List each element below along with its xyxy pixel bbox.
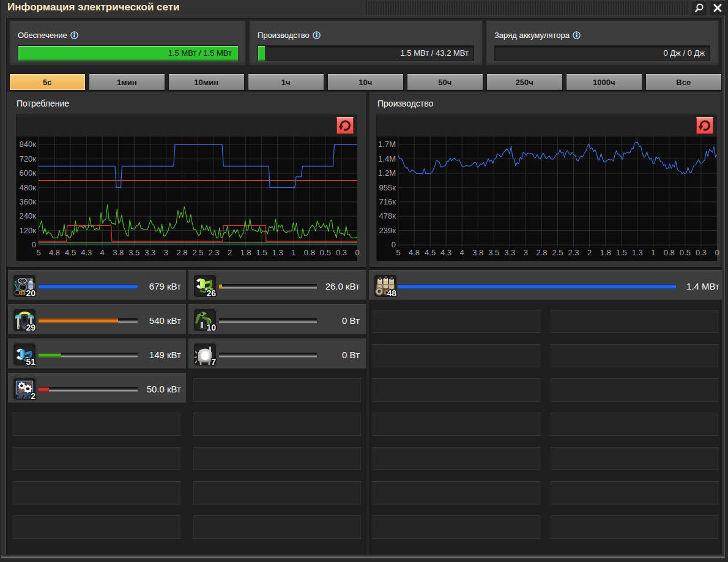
svg-text:239к: 239к bbox=[379, 226, 396, 235]
svg-text:5: 5 bbox=[396, 248, 400, 257]
svg-text:3.8: 3.8 bbox=[472, 248, 483, 257]
svg-text:2.5: 2.5 bbox=[552, 248, 563, 257]
svg-text:0.8: 0.8 bbox=[664, 248, 675, 257]
svg-text:360к: 360к bbox=[20, 197, 37, 206]
svg-text:4.5: 4.5 bbox=[425, 248, 436, 257]
svg-text:1.8: 1.8 bbox=[240, 248, 251, 257]
svg-text:3.8: 3.8 bbox=[113, 248, 124, 257]
svg-text:4: 4 bbox=[460, 248, 464, 257]
svg-text:2.8: 2.8 bbox=[536, 248, 547, 257]
svg-text:0.8: 0.8 bbox=[304, 248, 315, 257]
svg-text:1.8: 1.8 bbox=[600, 248, 611, 257]
svg-text:0: 0 bbox=[715, 248, 719, 257]
svg-text:3.3: 3.3 bbox=[144, 248, 155, 257]
svg-text:0.3: 0.3 bbox=[336, 248, 347, 257]
svg-text:1.3: 1.3 bbox=[272, 248, 283, 257]
svg-text:3: 3 bbox=[164, 248, 168, 257]
svg-text:1: 1 bbox=[291, 248, 295, 257]
svg-text:716к: 716к bbox=[379, 197, 396, 206]
svg-text:0: 0 bbox=[32, 240, 36, 249]
svg-text:3.3: 3.3 bbox=[504, 248, 515, 257]
svg-text:1: 1 bbox=[651, 248, 655, 257]
svg-text:3.5: 3.5 bbox=[488, 248, 499, 257]
svg-text:240к: 240к bbox=[20, 211, 37, 220]
svg-text:2.8: 2.8 bbox=[176, 248, 187, 257]
svg-text:600к: 600к bbox=[20, 168, 37, 178]
svg-text:1.2M: 1.2M bbox=[378, 168, 396, 178]
svg-text:1.7M: 1.7M bbox=[378, 140, 396, 149]
svg-text:0.3: 0.3 bbox=[696, 248, 707, 257]
svg-text:3: 3 bbox=[524, 248, 528, 257]
svg-text:1.3: 1.3 bbox=[632, 248, 643, 257]
svg-text:0.5: 0.5 bbox=[680, 248, 691, 257]
svg-text:720к: 720к bbox=[20, 154, 37, 163]
svg-text:840к: 840к bbox=[20, 140, 37, 149]
svg-text:2: 2 bbox=[587, 248, 592, 257]
svg-text:4.3: 4.3 bbox=[440, 248, 451, 257]
svg-text:4.5: 4.5 bbox=[65, 248, 76, 257]
svg-text:2.5: 2.5 bbox=[192, 248, 203, 257]
svg-text:4.8: 4.8 bbox=[49, 248, 60, 257]
svg-text:1.5: 1.5 bbox=[616, 248, 627, 257]
svg-text:0: 0 bbox=[355, 248, 359, 257]
svg-text:478к: 478к bbox=[379, 211, 396, 220]
svg-text:2.3: 2.3 bbox=[568, 248, 579, 257]
svg-text:0.5: 0.5 bbox=[320, 248, 331, 257]
svg-text:4: 4 bbox=[100, 248, 105, 257]
svg-text:4.8: 4.8 bbox=[409, 248, 420, 257]
svg-text:120к: 120к bbox=[20, 226, 37, 235]
svg-text:955к: 955к bbox=[379, 183, 396, 192]
svg-text:2: 2 bbox=[228, 248, 232, 257]
svg-text:1.5: 1.5 bbox=[256, 248, 267, 257]
svg-text:3.5: 3.5 bbox=[128, 248, 139, 257]
svg-text:0: 0 bbox=[392, 240, 396, 249]
svg-text:4.3: 4.3 bbox=[81, 248, 92, 257]
svg-text:1.4M: 1.4M bbox=[378, 154, 396, 163]
svg-text:480к: 480к bbox=[20, 183, 37, 192]
svg-text:2.3: 2.3 bbox=[209, 248, 220, 257]
svg-text:5: 5 bbox=[36, 248, 40, 257]
